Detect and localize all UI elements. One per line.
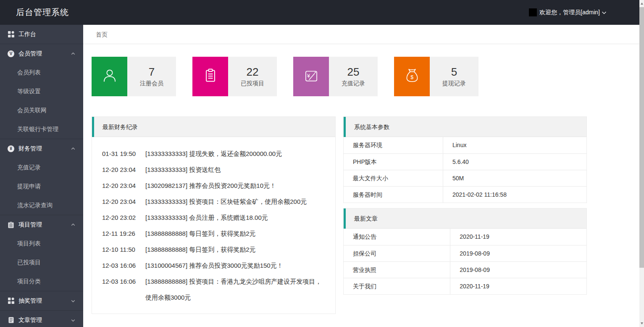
sidebar-item-withdraw-requests[interactable]: 提现申请 xyxy=(0,177,83,196)
breadcrumb-home[interactable]: 首页 xyxy=(96,31,108,38)
grid-icon xyxy=(8,298,14,304)
record-time: 12-03 16:06 xyxy=(102,258,136,274)
app-title: 后台管理系统 xyxy=(0,7,69,18)
chevron-up-icon xyxy=(71,51,76,56)
record-time: 12-20 23:04 xyxy=(102,178,136,194)
chevron-down-icon xyxy=(601,10,607,16)
clipboard-icon xyxy=(8,222,14,228)
scroll-up-button[interactable] xyxy=(639,0,644,7)
stat-label: 已投项目 xyxy=(241,80,264,87)
param-value: 50M xyxy=(443,170,586,186)
stat-label: 充值记录 xyxy=(342,80,365,87)
panel-title: 最新财务纪录 xyxy=(103,124,138,130)
yen-exchange-icon: ¥ xyxy=(302,67,320,86)
sidebar-item-member-list[interactable]: 会员列表 xyxy=(0,63,83,82)
sidebar-item-finance-management[interactable]: ¥ 财务管理 xyxy=(0,139,83,158)
panel-header: 最新文章 xyxy=(344,208,586,229)
finance-record: 12-10 11:50[13888888888] 每日签到，获得奖励2元 xyxy=(102,242,325,258)
sidebar-item-lottery-management[interactable]: 抽奖管理 xyxy=(0,291,83,310)
sidebar-item-recharge-records[interactable]: 充值记录 xyxy=(0,158,83,177)
stat-cards: 7 注册会员 22 已投项目 ¥ xyxy=(92,57,639,96)
record-time: 01-31 19:50 xyxy=(102,146,136,162)
latest-articles-table: 通知公告2020-11-19 担保公司2019-08-09 营业执照2019-0… xyxy=(344,229,586,294)
sidebar-item-bank-card-management[interactable]: 关联银行卡管理 xyxy=(0,120,83,139)
finance-record: 12-11 19:26[13888888888] 每日签到，获得奖励2元 xyxy=(102,226,325,242)
record-text: [13333333333] 投资项目：区块链紫金矿，使用余额200元 xyxy=(145,194,325,210)
sidebar-item-project-list[interactable]: 项目列表 xyxy=(0,234,83,253)
chevron-up-icon xyxy=(71,222,76,227)
article-title[interactable]: 通知公告 xyxy=(344,229,450,245)
finance-records-panel: 最新财务纪录 01-31 19:50[13333333333] 提现失败，返还金… xyxy=(92,116,336,314)
stat-card-recharge-records[interactable]: ¥ 25 充值记录 xyxy=(293,57,378,96)
stat-label: 提现记录 xyxy=(442,80,466,87)
table-row: 服务器环境Linux xyxy=(344,137,586,153)
stat-value: 5 xyxy=(451,66,457,78)
panel-title: 最新文章 xyxy=(354,215,378,222)
record-time: 12-20 23:04 xyxy=(102,194,136,210)
breadcrumb: 首页 xyxy=(83,25,639,44)
sidebar-item-project-categories[interactable]: 项目分类 xyxy=(0,272,83,291)
record-time: 12-20 23:04 xyxy=(102,162,136,178)
sidebar-item-member-management[interactable]: V 会员管理 xyxy=(0,44,83,63)
article-date: 2019-08-09 xyxy=(450,245,586,261)
accent-bar xyxy=(92,117,94,137)
table-row: 服务器时间2021-02-02 11:16:58 xyxy=(344,186,586,203)
stat-card-icon-box: $ xyxy=(394,57,430,96)
accent-bar xyxy=(344,117,346,137)
user-menu[interactable]: 欢迎您，管理员[admin] xyxy=(529,8,639,16)
param-value: 2021-02-02 11:16:58 xyxy=(443,187,586,203)
scroll-down-button[interactable] xyxy=(639,320,644,327)
main-area: 首页 7 注册会员 xyxy=(83,25,639,327)
stat-card-invested-projects[interactable]: 22 已投项目 xyxy=(192,57,277,96)
accent-bar xyxy=(344,208,346,229)
sidebar-item-invested-projects[interactable]: 已投项目 xyxy=(0,253,83,272)
sidebar-item-label: 财务管理 xyxy=(18,145,42,153)
article-title[interactable]: 关于我们 xyxy=(344,278,450,294)
param-label: 服务器环境 xyxy=(344,137,443,153)
article-date: 2020-11-19 xyxy=(450,229,586,245)
svg-text:¥: ¥ xyxy=(307,73,310,79)
vertical-scrollbar[interactable] xyxy=(639,0,644,327)
stat-value: 7 xyxy=(149,66,155,78)
stat-card-icon-box: ¥ xyxy=(293,57,329,96)
svg-text:$: $ xyxy=(410,74,413,80)
finance-record: 12-20 23:04[13333333333] 投资送红包 xyxy=(102,162,325,178)
avatar[interactable] xyxy=(529,8,537,16)
scrollbar-thumb[interactable] xyxy=(639,7,644,268)
finance-record: 12-20 23:04[13020982137] 推荐会员投资200元奖励10元… xyxy=(102,178,325,194)
panel-header: 最新财务纪录 xyxy=(92,117,335,137)
article-title[interactable]: 担保公司 xyxy=(344,245,450,261)
welcome-text: 欢迎您，管理员[admin] xyxy=(539,9,600,16)
sidebar-item-level-settings[interactable]: 等级设置 xyxy=(0,82,83,101)
sidebar-item-label: 抽奖管理 xyxy=(18,297,42,305)
stat-card-withdraw-records[interactable]: $ 5 提现记录 xyxy=(394,57,478,96)
sidebar-item-member-network[interactable]: 会员关联网 xyxy=(0,101,83,120)
table-row: PHP版本5.6.40 xyxy=(344,153,586,170)
param-value: Linux xyxy=(443,137,586,153)
finance-records-list: 01-31 19:50[13333333333] 提现失败，返还金额200000… xyxy=(92,137,335,314)
record-text: [13333333333] 会员注册，系统赠送18.00元 xyxy=(145,210,325,226)
sidebar-item-label: 文章管理 xyxy=(18,316,42,324)
sidebar-section-articles: 文章管理 xyxy=(0,310,83,327)
record-time: 12-11 19:26 xyxy=(102,226,136,242)
member-badge-icon: V xyxy=(8,50,14,57)
sidebar-section-workbench: 工作台 xyxy=(0,25,83,44)
stat-card-info: 25 充值记录 xyxy=(329,57,378,96)
sidebar-item-project-management[interactable]: 项目管理 xyxy=(0,215,83,234)
panel-header: 系统基本参数 xyxy=(344,117,586,137)
record-text: [13333333333] 投资送红包 xyxy=(145,162,325,178)
stat-card-info: 7 注册会员 xyxy=(127,57,176,96)
stat-card-icon-box xyxy=(92,57,127,96)
article-title[interactable]: 营业执照 xyxy=(344,262,450,278)
finance-record: 12-03 16:06[13100004567] 推荐会员投资3000元奖励15… xyxy=(102,258,325,274)
sidebar-item-workbench[interactable]: 工作台 xyxy=(0,25,83,44)
sidebar-item-transaction-query[interactable]: 流水记录查询 xyxy=(0,196,83,215)
table-row: 最大文件大小50M xyxy=(344,170,586,186)
record-time: 12-20 23:02 xyxy=(102,210,136,226)
sidebar-item-article-management[interactable]: 文章管理 xyxy=(0,311,83,327)
right-column: 系统基本参数 服务器环境Linux PHP版本5.6.40 最大文件大小50M … xyxy=(343,116,587,314)
arrow-up-icon xyxy=(641,3,643,5)
stat-card-registered-members[interactable]: 7 注册会员 xyxy=(92,57,176,96)
system-params-panel: 系统基本参数 服务器环境Linux PHP版本5.6.40 最大文件大小50M … xyxy=(343,116,587,203)
clipboard-icon xyxy=(202,67,219,86)
